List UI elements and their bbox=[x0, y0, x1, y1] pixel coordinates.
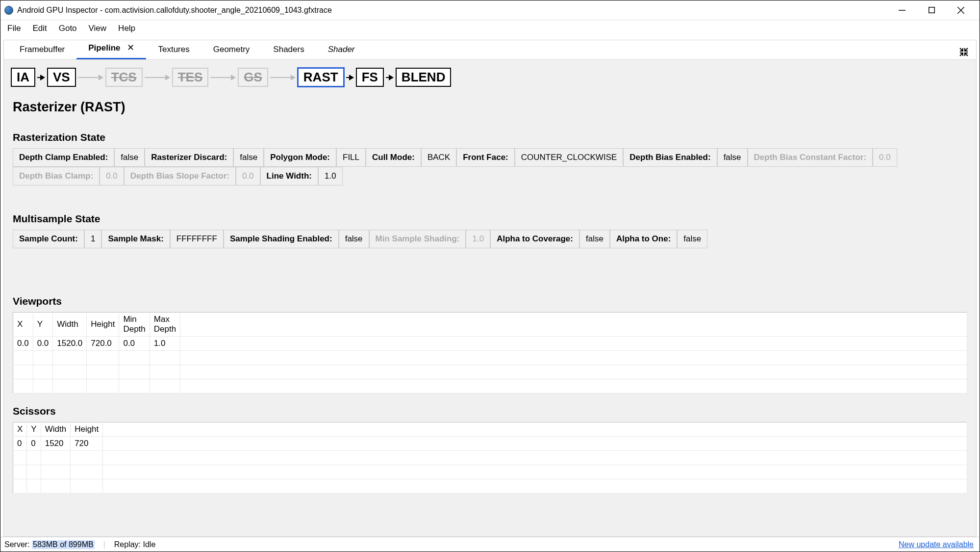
stage-ia[interactable]: IA bbox=[11, 68, 35, 87]
menu-help[interactable]: Help bbox=[113, 22, 140, 35]
table-row bbox=[13, 379, 967, 394]
rasterization-state-title: Rasterization State bbox=[13, 131, 967, 143]
server-value: 583MB of 899MB bbox=[32, 540, 95, 549]
maximize-button[interactable] bbox=[925, 3, 938, 17]
prop-value: false bbox=[114, 148, 145, 167]
column-header[interactable]: Height bbox=[71, 422, 103, 437]
table-cell: 0.0 bbox=[33, 337, 53, 351]
viewports-title: Viewports bbox=[13, 295, 967, 307]
close-button[interactable] bbox=[954, 3, 968, 17]
viewports-table-wrap: XYWidthHeightMin DepthMax Depth0.00.0152… bbox=[13, 312, 967, 394]
scissors-table: XYWidthHeight001520720 bbox=[13, 422, 967, 494]
app-icon bbox=[4, 6, 13, 15]
content-area: Rasterizer (RAST) Rasterization State De… bbox=[4, 92, 976, 536]
tab-close-icon[interactable]: ✕ bbox=[127, 43, 134, 53]
stage-blend[interactable]: BLEND bbox=[396, 68, 452, 87]
viewports-table: XYWidthHeightMin DepthMax Depth0.00.0152… bbox=[13, 312, 967, 394]
table-cell: 1520 bbox=[41, 437, 70, 451]
tab-geometry[interactable]: Geometry bbox=[201, 41, 262, 59]
table-cell: 720.0 bbox=[87, 337, 119, 351]
multisample-state-title: Multisample State bbox=[13, 213, 967, 225]
prop-value: false bbox=[579, 230, 610, 248]
prop-value: COUNTER_CLOCKWISE bbox=[515, 148, 624, 167]
table-cell: 720 bbox=[71, 437, 103, 451]
prop-label: Sample Count: bbox=[13, 230, 84, 248]
prop-value: FILL bbox=[336, 148, 366, 167]
column-header[interactable]: Y bbox=[33, 313, 53, 337]
replay-value: Idle bbox=[143, 540, 156, 549]
prop-label: Sample Mask: bbox=[101, 230, 170, 248]
prop-label: Depth Bias Constant Factor: bbox=[748, 148, 873, 167]
prop-value: false bbox=[339, 230, 369, 248]
table-cell: 0.0 bbox=[119, 337, 150, 351]
svg-rect-1 bbox=[929, 7, 934, 13]
prop-value: 1 bbox=[84, 230, 101, 248]
stage-tcs[interactable]: TCS bbox=[105, 68, 143, 87]
update-link[interactable]: New update available bbox=[899, 540, 974, 549]
prop-label: Depth Clamp Enabled: bbox=[13, 148, 114, 167]
prop-label: Rasterizer Discard: bbox=[145, 148, 233, 167]
prop-value: false bbox=[233, 148, 264, 167]
prop-value: BACK bbox=[421, 148, 456, 167]
table-row bbox=[13, 479, 967, 494]
column-header[interactable]: Height bbox=[87, 313, 119, 337]
column-header[interactable]: X bbox=[13, 313, 33, 337]
stage-tes[interactable]: TES bbox=[172, 68, 209, 87]
column-header[interactable]: Max Depth bbox=[150, 313, 180, 337]
tab-shaders[interactable]: Shaders bbox=[261, 41, 316, 59]
exit-fullscreen-icon[interactable] bbox=[955, 45, 972, 59]
prop-label: Sample Shading Enabled: bbox=[224, 230, 339, 248]
column-header[interactable]: X bbox=[13, 422, 27, 437]
scissors-table-wrap: XYWidthHeight001520720 bbox=[13, 422, 967, 494]
tab-geometry-label: Geometry bbox=[213, 45, 250, 54]
table-row bbox=[13, 351, 967, 365]
table-cell: 0.0 bbox=[13, 337, 33, 351]
inner-panel: Framebuffer Pipeline✕ Textures Geometry … bbox=[3, 40, 977, 537]
menu-file[interactable]: File bbox=[2, 22, 25, 35]
prop-value: 0.0 bbox=[236, 167, 260, 185]
stage-rast[interactable]: RAST bbox=[298, 68, 344, 87]
column-header[interactable]: Y bbox=[27, 422, 41, 437]
column-header[interactable]: Width bbox=[41, 422, 70, 437]
titlebar: Android GPU Inspector - com.activision.c… bbox=[0, 0, 980, 20]
prop-value: FFFFFFFF bbox=[170, 230, 224, 248]
table-row[interactable]: 001520720 bbox=[13, 437, 967, 451]
window-title: Android GPU Inspector - com.activision.c… bbox=[17, 6, 895, 15]
prop-label: Depth Bias Clamp: bbox=[13, 167, 100, 185]
arrow-icon bbox=[78, 75, 103, 80]
table-row bbox=[13, 451, 967, 465]
window-controls bbox=[895, 3, 968, 17]
prop-label: Polygon Mode: bbox=[264, 148, 336, 167]
prop-label: Alpha to Coverage: bbox=[490, 230, 579, 248]
table-row[interactable]: 0.00.01520.0720.00.01.0 bbox=[13, 337, 967, 351]
arrow-icon bbox=[145, 75, 170, 80]
stage-fs[interactable]: FS bbox=[356, 68, 384, 87]
prop-label: Cull Mode: bbox=[366, 148, 421, 167]
column-header[interactable]: Width bbox=[53, 313, 87, 337]
menu-view[interactable]: View bbox=[84, 22, 112, 35]
prop-value: 1.0 bbox=[318, 167, 343, 185]
stage-gs[interactable]: GS bbox=[238, 68, 268, 87]
tab-framebuffer[interactable]: Framebuffer bbox=[8, 41, 76, 59]
table-cell: 1.0 bbox=[150, 337, 180, 351]
arrow-icon bbox=[346, 75, 354, 80]
menu-goto[interactable]: Goto bbox=[54, 22, 82, 35]
stage-vs[interactable]: VS bbox=[47, 68, 76, 87]
minimize-button[interactable] bbox=[895, 3, 909, 17]
scissors-title: Scissors bbox=[13, 405, 967, 417]
menu-edit[interactable]: Edit bbox=[27, 22, 51, 35]
status-separator: | bbox=[103, 540, 105, 549]
server-label: Server: bbox=[4, 540, 30, 549]
tab-pipeline[interactable]: Pipeline✕ bbox=[76, 38, 146, 59]
table-row bbox=[13, 465, 967, 479]
multisample-state-table: Sample Count:1Sample Mask:FFFFFFFFSample… bbox=[13, 230, 967, 248]
tab-shaders-label: Shaders bbox=[273, 45, 304, 54]
table-cell: 0 bbox=[27, 437, 41, 451]
body-wrap: Framebuffer Pipeline✕ Textures Geometry … bbox=[0, 37, 980, 537]
column-header[interactable]: Min Depth bbox=[119, 313, 150, 337]
tab-shader[interactable]: Shader bbox=[316, 41, 367, 59]
tab-textures[interactable]: Textures bbox=[146, 41, 201, 59]
prop-row: Depth Clamp Enabled:falseRasterizer Disc… bbox=[13, 148, 967, 167]
pipeline-stages: IAVSTCSTESGSRASTFSBLEND bbox=[4, 60, 976, 92]
tab-pipeline-label: Pipeline bbox=[88, 43, 120, 53]
